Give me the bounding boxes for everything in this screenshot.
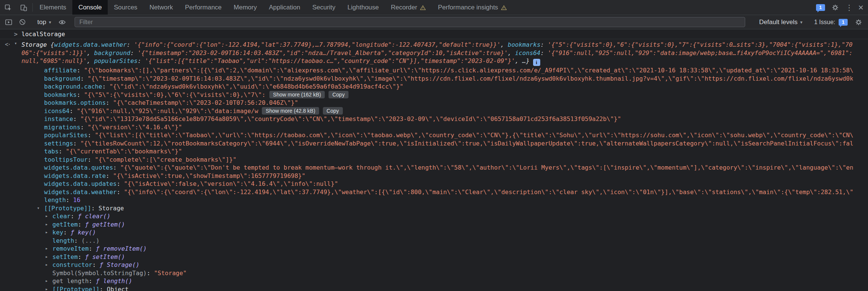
preview-key: icons64	[515, 49, 540, 57]
preview-punctuation: :	[541, 49, 548, 57]
inspect-element-icon[interactable]	[0, 0, 16, 15]
key-value-separator: :	[66, 196, 73, 204]
property-key: setItem	[52, 253, 78, 260]
tab-label: Console	[78, 4, 102, 11]
tab-sources[interactable]: Sources	[108, 0, 143, 15]
key-value-separator: :	[59, 148, 66, 155]
preview-punctuation: ,	[87, 49, 94, 57]
key-value-separator: :	[106, 172, 113, 179]
tab-label: Lighthouse	[347, 4, 379, 11]
property-row-constructor[interactable]: ▸constructor: ƒ Storage()	[21, 261, 853, 269]
expand-triangle-icon[interactable]: ▸	[45, 228, 48, 237]
preview-punctuation: :	[138, 57, 145, 64]
return-value-icon: <·	[5, 41, 10, 48]
console-result-row: <· ▾ Storage {widgets.data.weather: '{"i…	[0, 39, 868, 291]
kebab-menu-icon[interactable]: ⋮	[845, 4, 853, 11]
copy-button[interactable]: Copy	[329, 91, 348, 98]
property-value: "{\"id\":\"13173e78dd5a5166ce1e8b97764a8…	[80, 115, 621, 123]
key-value-separator: :	[77, 67, 84, 74]
javascript-context-selector[interactable]: top ▾	[34, 18, 54, 26]
property-value: "{\"quote\":{\"quote\":\"Don't be tempte…	[120, 164, 853, 171]
property-key: [[Prototype]]	[44, 205, 91, 212]
property-value: "{\"isActive\":true,\"showTimestamp\":16…	[113, 172, 306, 179]
expand-triangle-icon[interactable]: ▸	[45, 245, 48, 253]
property-row-removeitem[interactable]: ▸removeItem: ƒ removeItem()	[21, 245, 853, 253]
echoed-expression: localStorage	[21, 31, 65, 38]
log-levels-dropdown[interactable]: Default levels ▾	[756, 18, 805, 26]
property-row-icons64[interactable]: icons64: "{\"916\":null,\"925\":null,\"9…	[21, 107, 853, 115]
console-messages-badge[interactable]: 1	[816, 4, 825, 11]
tab-label: Performance insights	[438, 4, 498, 11]
property-row-prototype[interactable]: ▸[[Prototype]]: Object	[21, 285, 853, 291]
property-row-setitem[interactable]: ▸setItem: ƒ setItem()	[21, 253, 853, 261]
filter-input[interactable]	[75, 17, 745, 27]
property-key: instance	[44, 115, 73, 123]
property-row-key[interactable]: ▸key: ƒ key()	[21, 228, 853, 237]
show-more-button[interactable]: Show more (42.8 kB)	[262, 107, 319, 115]
tab-label: Memory	[234, 4, 257, 11]
expand-triangle-icon[interactable]: ▸	[45, 285, 48, 291]
tab-application[interactable]: Application	[263, 0, 306, 15]
preview-punctuation: ,	[87, 57, 94, 64]
live-expression-eye-icon[interactable]	[57, 18, 68, 26]
key-value-separator: :	[88, 156, 95, 163]
tab-lighthouse[interactable]: Lighthouse	[341, 0, 385, 15]
property-value: "{\"5\":{\"visits\":0},\"6\":{\"visits\"…	[84, 91, 266, 98]
collapse-triangle-icon[interactable]: ▾	[14, 41, 17, 46]
preview-punctuation: :	[130, 49, 138, 57]
property-value: ƒ Storage()	[99, 261, 139, 268]
device-toolbar-icon[interactable]	[16, 0, 32, 15]
property-row-background: background: "{\"timestamp\":\"2023-02-09…	[21, 75, 853, 83]
property-key: tabs	[44, 148, 59, 155]
property-key: widgets.data.rate	[44, 172, 106, 179]
property-value: "{\"currentTab\":\"bookmarks\"}"	[66, 148, 182, 155]
tab-console[interactable]: Console	[72, 0, 108, 15]
property-row-bookmarks[interactable]: bookmarks: "{\"5\":{\"visits\":0},\"6\":…	[21, 91, 853, 99]
issues-counter[interactable]: 1 Issue: 1	[812, 19, 850, 26]
preview-punctuation: ,	[508, 49, 515, 57]
console-settings-gear-icon[interactable]	[852, 18, 865, 26]
property-key: clear	[52, 213, 70, 220]
issue-badge[interactable]: 1	[839, 19, 848, 26]
close-icon[interactable]: ×	[858, 3, 863, 12]
property-value: ƒ key()	[70, 229, 96, 236]
tab-memory[interactable]: Memory	[228, 0, 263, 15]
expand-triangle-icon[interactable]: ▸	[45, 277, 48, 285]
collapse-triangle-icon[interactable]: ▾	[37, 204, 40, 213]
console-info-icon[interactable]: i	[533, 59, 540, 66]
key-value-separator: :	[113, 164, 120, 171]
expand-triangle-icon[interactable]: ▸	[45, 212, 48, 221]
settings-gear-icon[interactable]	[830, 4, 840, 11]
key-value-separator: :	[73, 140, 80, 147]
key-value-separator: :	[63, 229, 70, 236]
clear-console-icon[interactable]	[17, 18, 28, 26]
property-value: ƒ length()	[96, 277, 132, 285]
property-row-get-length[interactable]: ▸get length: ƒ length()	[21, 277, 853, 285]
preview-feature-warning-icon	[420, 5, 426, 10]
copy-button[interactable]: Copy	[323, 107, 343, 115]
property-row-clear[interactable]: ▸clear: ƒ clear()	[21, 212, 853, 221]
property-key: constructor	[52, 261, 92, 268]
property-row-prototype[interactable]: ▾[[Prototype]]: Storage	[21, 204, 853, 213]
key-value-separator: :	[92, 261, 99, 268]
tab-security[interactable]: Security	[306, 0, 341, 15]
key-value-separator: :	[70, 213, 78, 220]
property-row-popularsites: popularSites: "{\"list\":[{\"title\":\"T…	[21, 131, 853, 139]
tab-elements[interactable]: Elements	[34, 0, 72, 15]
property-value[interactable]: (...)	[81, 237, 99, 244]
tab-recorder[interactable]: Recorder	[385, 0, 432, 15]
console-sidebar-toggle-icon[interactable]	[3, 19, 14, 26]
chevron-down-icon: ▾	[800, 20, 802, 25]
console-toolbar: top ▾ Default levels ▾ 1 Issue: 1	[0, 15, 868, 29]
key-value-separator: :	[69, 107, 76, 115]
show-more-button[interactable]: Show more (162 kB)	[269, 91, 325, 98]
property-value: ƒ getItem()	[85, 221, 125, 228]
tab-network[interactable]: Network	[144, 0, 179, 15]
tab-performance[interactable]: Performance	[179, 0, 228, 15]
tabbar-right-controls: 1 ⋮ ×	[816, 0, 868, 15]
expand-triangle-icon[interactable]: ▸	[45, 261, 48, 269]
expand-triangle-icon[interactable]: ▸	[45, 221, 48, 229]
expand-triangle-icon[interactable]: ▸	[45, 253, 48, 261]
tab-performance-insights[interactable]: Performance insights	[432, 0, 513, 15]
property-row-getitem[interactable]: ▸getItem: ƒ getItem()	[21, 221, 853, 229]
